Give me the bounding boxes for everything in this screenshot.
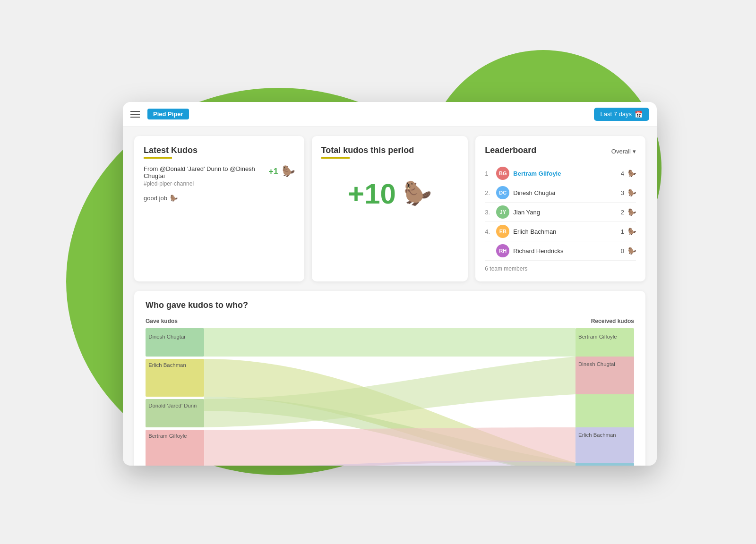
received-kudos-label: Received kudos <box>591 318 634 324</box>
latest-kudos-title: Latest Kudos <box>144 145 295 155</box>
lb-score: 0 <box>615 247 624 255</box>
cards-row: Latest Kudos From @Donald 'Jared' Dunn t… <box>134 136 645 281</box>
topbar: Pied Piper Last 7 days 📅 <box>123 102 657 127</box>
svg-text:Donald 'Jared' Dunn: Donald 'Jared' Dunn <box>148 403 197 408</box>
lb-score: 4 <box>615 170 624 177</box>
chevron-down-icon: ▾ <box>633 148 636 155</box>
lb-name: Erlich Bachman <box>513 228 611 235</box>
svg-rect-6 <box>576 463 634 466</box>
gave-kudos-label: Gave kudos <box>146 318 178 324</box>
lb-avatar: EB <box>496 225 509 238</box>
app-window: Pied Piper Last 7 days 📅 Latest Kudos <box>123 102 657 466</box>
lb-beaver-icon: 🦫 <box>628 228 636 235</box>
period-label: Last 7 days <box>601 110 632 118</box>
brand-badge[interactable]: Pied Piper <box>147 109 189 119</box>
total-kudos-display: +10 🦫 <box>321 165 459 222</box>
leaderboard-row: 3.JYJian Yang2🦫 <box>485 203 636 222</box>
svg-text:Bertram Gilfoyle: Bertram Gilfoyle <box>578 334 617 340</box>
lb-rank: 1 <box>485 170 492 177</box>
svg-rect-0 <box>146 328 204 357</box>
lb-beaver-icon: 🦫 <box>628 189 636 196</box>
total-kudos-value: +10 <box>348 178 396 210</box>
kudos-score: +1 🦫 <box>268 165 295 178</box>
leaderboard-rows: 1BGBertram Gilfoyle4🦫2.DCDinesh Chugtai3… <box>485 164 636 261</box>
outer-background: Pied Piper Last 7 days 📅 Latest Kudos <box>94 60 662 484</box>
latest-kudos-card: Latest Kudos From @Donald 'Jared' Dunn t… <box>134 136 304 281</box>
lb-avatar: RH <box>496 244 509 257</box>
lb-rank: 3. <box>485 209 492 216</box>
lb-name: Dinesh Chugtai <box>513 189 611 196</box>
sankey-svg: Dinesh Chugtai Bertram Gilfoyle Erlich B… <box>146 328 634 466</box>
sankey-chart: Dinesh Chugtai Bertram Gilfoyle Erlich B… <box>146 328 634 466</box>
kudos-channel: #pied-piper-channel <box>144 180 268 187</box>
title-underline <box>144 157 172 159</box>
main-content: Latest Kudos From @Donald 'Jared' Dunn t… <box>123 127 657 466</box>
lb-score: 1 <box>615 228 624 235</box>
svg-text:Bertram Gilfoyle: Bertram Gilfoyle <box>148 433 187 439</box>
total-kudos-title: Total kudos this period <box>321 145 459 155</box>
message-beaver-icon: 🦫 <box>170 195 178 202</box>
leaderboard-filter[interactable]: Overall ▾ <box>611 148 636 155</box>
leaderboard-title: Leaderboard <box>485 145 536 155</box>
lb-avatar: DC <box>496 186 509 199</box>
kudos-plus: +1 <box>268 167 278 177</box>
svg-text:Erlich Bachman: Erlich Bachman <box>578 432 616 438</box>
lb-name: Bertram Gilfoyle <box>513 170 611 177</box>
lb-name: Richard Hendricks <box>513 247 611 255</box>
svg-text:Erlich Bachman: Erlich Bachman <box>148 362 186 368</box>
leaderboard-row: 1BGBertram Gilfoyle4🦫 <box>485 164 636 183</box>
kudos-message: good job 🦫 <box>144 195 295 202</box>
lb-beaver-icon: 🦫 <box>628 170 636 177</box>
lb-rank: 4. <box>485 228 492 235</box>
leaderboard-header: Leaderboard Overall ▾ <box>485 145 636 157</box>
lb-beaver-icon: 🦫 <box>628 247 636 255</box>
total-kudos-card: Total kudos this period +10 🦫 <box>312 136 468 281</box>
leaderboard-card: Leaderboard Overall ▾ 1BGBertram Gilfoyl… <box>475 136 645 281</box>
leaderboard-footer: 6 team members <box>485 265 636 272</box>
lb-avatar: JY <box>496 205 509 219</box>
sankey-section: Who gave kudos to who? Gave kudos Receiv… <box>134 291 645 466</box>
lb-score: 3 <box>615 189 624 196</box>
lb-score: 2 <box>615 209 624 216</box>
lb-rank: 2. <box>485 189 492 196</box>
beaver-icon-small: 🦫 <box>282 165 295 178</box>
kudos-item: From @Donald 'Jared' Dunn to @Dinesh Chu… <box>144 165 295 187</box>
svg-text:Dinesh Chugtai: Dinesh Chugtai <box>578 361 615 367</box>
sankey-title: Who gave kudos to who? <box>146 300 634 310</box>
lb-beaver-icon: 🦫 <box>628 208 636 216</box>
total-underline <box>321 157 350 159</box>
period-filter[interactable]: Last 7 days 📅 <box>594 108 650 121</box>
lb-name: Jian Yang <box>513 209 611 216</box>
total-beaver-icon: 🦫 <box>404 180 432 207</box>
leaderboard-row: RHRichard Hendricks0🦫 <box>485 241 636 261</box>
hamburger-menu[interactable] <box>130 111 140 118</box>
leaderboard-row: 4.EBErlich Bachman1🦫 <box>485 222 636 241</box>
sankey-labels: Gave kudos Received kudos <box>146 318 634 324</box>
kudos-from: From @Donald 'Jared' Dunn to @Dinesh Chu… <box>144 165 268 179</box>
svg-text:Dinesh Chugtai: Dinesh Chugtai <box>148 334 185 340</box>
leaderboard-row: 2.DCDinesh Chugtai3🦫 <box>485 183 636 203</box>
lb-avatar: BG <box>496 167 509 180</box>
calendar-icon: 📅 <box>635 110 643 118</box>
